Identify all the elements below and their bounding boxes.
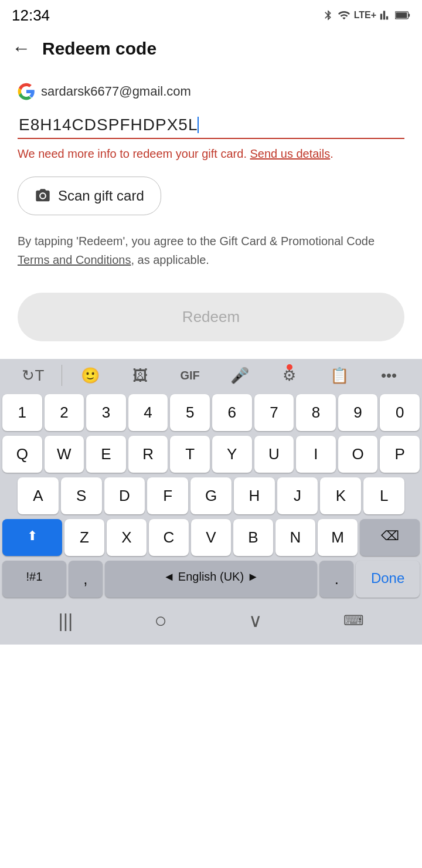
key-4[interactable]: 4 [128, 394, 168, 431]
error-trailing: . [330, 147, 333, 160]
status-icons: LTE+ [322, 9, 410, 22]
key-q[interactable]: Q [2, 436, 42, 473]
svg-rect-1 [409, 13, 410, 16]
status-time: 12:34 [12, 6, 50, 25]
account-row: sardarsk6677@gmail.com [18, 83, 404, 100]
key-t[interactable]: T [170, 436, 210, 473]
comma-key[interactable]: , [69, 561, 103, 598]
terms-link[interactable]: Terms and Conditions [18, 253, 131, 266]
signal-bars-icon [380, 9, 392, 21]
done-key[interactable]: Done [356, 561, 420, 598]
asdf-row: A S D F G H J K L [0, 475, 422, 517]
page-title: Redeem code [42, 39, 156, 59]
spacebar-key[interactable]: ◄ English (UK) ► [105, 561, 318, 598]
settings-icon[interactable]: ⚙ [264, 367, 314, 385]
signal-icon [338, 9, 350, 22]
key-p[interactable]: P [380, 436, 420, 473]
period-key[interactable]: . [319, 561, 353, 598]
translate-icon[interactable]: ↻T [8, 367, 58, 385]
send-details-link[interactable]: Send us details [250, 147, 331, 160]
key-w[interactable]: W [45, 436, 84, 473]
key-r[interactable]: R [128, 436, 168, 473]
clipboard-icon[interactable]: 📋 [314, 367, 364, 385]
key-k[interactable]: K [320, 477, 361, 514]
key-d[interactable]: D [104, 477, 145, 514]
key-i[interactable]: I [296, 436, 336, 473]
code-input-display[interactable]: E8H14CDSPFHDPX5L [18, 112, 404, 139]
backspace-key[interactable]: ⌫ [360, 519, 420, 556]
key-s[interactable]: S [61, 477, 102, 514]
key-5[interactable]: 5 [170, 394, 210, 431]
keyboard-toolbar: ↻T 🙂 🖼 GIF 🎤 ⚙ 📋 ••• [0, 359, 422, 392]
symbols-key[interactable]: !#1 [2, 561, 66, 598]
key-b[interactable]: B [233, 519, 273, 556]
key-a[interactable]: A [18, 477, 59, 514]
text-cursor [198, 117, 199, 133]
more-icon[interactable]: ••• [364, 367, 414, 385]
key-n[interactable]: N [275, 519, 315, 556]
redeem-button-label: Redeem [182, 308, 240, 326]
key-h[interactable]: H [234, 477, 275, 514]
redeem-button[interactable]: Redeem [18, 293, 404, 341]
home-nav-icon[interactable]: ○ [154, 608, 167, 633]
bottom-nav: ||| ○ ∨ ⌨ [0, 600, 422, 645]
key-m[interactable]: M [318, 519, 358, 556]
bluetooth-icon [322, 9, 334, 22]
key-c[interactable]: C [149, 519, 189, 556]
terms-suffix: , as applicable. [131, 253, 209, 266]
key-2[interactable]: 2 [45, 394, 84, 431]
main-content: sardarsk6677@gmail.com E8H14CDSPFHDPX5L … [0, 69, 422, 341]
key-g[interactable]: G [190, 477, 232, 514]
key-9[interactable]: 9 [338, 394, 378, 431]
toolbar-divider [62, 365, 62, 386]
shift-key[interactable]: ⬆ [2, 519, 62, 556]
key-f[interactable]: F [147, 477, 188, 514]
key-v[interactable]: V [191, 519, 231, 556]
emoji-icon[interactable]: 🙂 [66, 367, 115, 385]
number-row: 1 2 3 4 5 6 7 8 9 0 [0, 392, 422, 433]
key-0[interactable]: 0 [380, 394, 420, 431]
battery-icon [395, 10, 410, 21]
qwerty-row: Q W E R T Y U I O P [0, 433, 422, 475]
code-input-value: E8H14CDSPFHDPX5L [19, 116, 198, 134]
scan-gift-card-button[interactable]: Scan gift card [18, 177, 161, 215]
back-nav-icon[interactable]: ∨ [249, 609, 262, 632]
key-z[interactable]: Z [64, 519, 104, 556]
back-button[interactable]: ← [12, 38, 30, 59]
key-3[interactable]: 3 [86, 394, 126, 431]
lte-label: LTE+ [354, 10, 376, 21]
account-email: sardarsk6677@gmail.com [41, 84, 191, 99]
gif-icon[interactable]: GIF [165, 369, 215, 382]
key-j[interactable]: J [277, 477, 318, 514]
camera-icon [35, 188, 51, 204]
keyboard-area: ↻T 🙂 🖼 GIF 🎤 ⚙ 📋 ••• 1 2 3 4 5 6 7 8 9 0… [0, 359, 422, 645]
key-o[interactable]: O [338, 436, 378, 473]
terms-prefix: By tapping 'Redeem', you agree to the Gi… [18, 235, 375, 247]
error-main-text: We need more info to redeem your gift ca… [18, 147, 250, 160]
sticker-icon[interactable]: 🖼 [115, 367, 165, 385]
microphone-icon[interactable]: 🎤 [215, 367, 265, 385]
key-1[interactable]: 1 [2, 394, 42, 431]
key-x[interactable]: X [107, 519, 147, 556]
key-6[interactable]: 6 [212, 394, 252, 431]
keyboard-nav-icon[interactable]: ⌨ [343, 612, 364, 629]
scan-button-label: Scan gift card [58, 188, 144, 204]
terms-text: By tapping 'Redeem', you agree to the Gi… [18, 232, 404, 269]
key-y[interactable]: Y [212, 436, 252, 473]
svg-rect-2 [396, 12, 407, 18]
key-e[interactable]: E [86, 436, 126, 473]
header: ← Redeem code [0, 28, 422, 69]
error-message: We need more info to redeem your gift ca… [18, 145, 404, 162]
key-7[interactable]: 7 [254, 394, 294, 431]
key-u[interactable]: U [254, 436, 294, 473]
key-8[interactable]: 8 [296, 394, 336, 431]
bottom-row: !#1 , ◄ English (UK) ► . Done [0, 558, 422, 600]
status-bar: 12:34 LTE+ [0, 0, 422, 28]
google-logo-icon [18, 83, 35, 100]
recents-nav-icon[interactable]: ||| [58, 610, 73, 632]
key-l[interactable]: L [363, 477, 404, 514]
zxcv-row: ⬆ Z X C V B N M ⌫ [0, 517, 422, 558]
code-input-wrapper: E8H14CDSPFHDPX5L [18, 112, 404, 139]
